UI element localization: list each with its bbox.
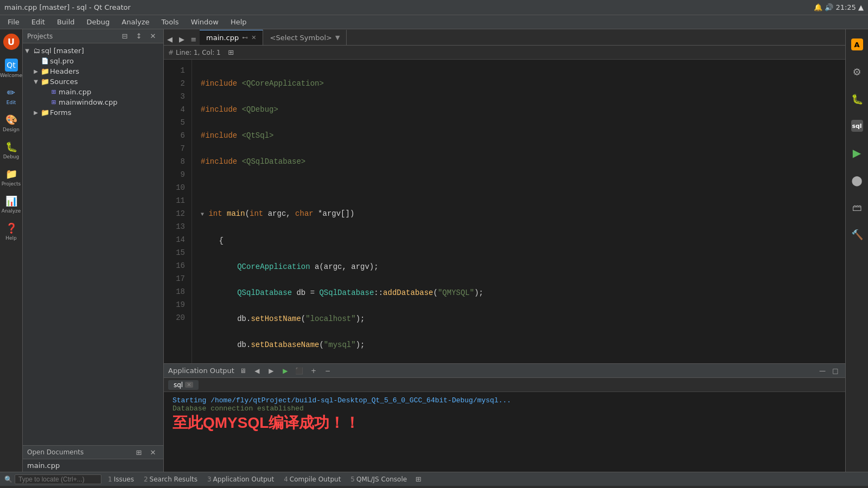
project-panel-header-right: ⊟ ↕ ✕	[119, 30, 159, 42]
tree-mainwindow-label: mainwindow.cpp	[59, 98, 163, 106]
menu-file[interactable]: File	[2, 17, 25, 27]
sidebar-icon-analyze[interactable]: 📊 Analyze	[1, 191, 22, 217]
docs-add-btn[interactable]: ⊞	[133, 446, 145, 458]
output-add-btn[interactable]: +	[308, 365, 319, 376]
tree-pro-file[interactable]: 📄 sql.pro	[23, 56, 163, 66]
line-numbers: 1 2 3 4 5 6 7 8 9 10 11 12 13 14 15 16 1…	[164, 60, 192, 363]
output-area: Application Output 🖥 ◀ ▶ ▶ ⬛ + − — □ sql	[164, 363, 845, 472]
editor-tabs: ◀ ▶ ≡ main.cpp ⊷ ✕ <Select Symbol> ▼	[164, 29, 845, 46]
right-sidebar-debug[interactable]: 🐛	[847, 86, 867, 112]
output-tab-sql-label: sql	[174, 381, 183, 389]
tab-split-arrow[interactable]: ⊷	[242, 34, 248, 41]
statusbar-left: 🔍 1 Issues 2 Search Results 3 Applicatio…	[4, 473, 424, 485]
editor-tab-main-cpp[interactable]: main.cpp ⊷ ✕	[200, 30, 263, 45]
expand-btn[interactable]: ⊞	[225, 47, 237, 59]
right-sidebar-amazon[interactable]: A	[847, 31, 867, 57]
left-sidebar: U Qt Welcome ✏ Edit 🎨 Design 🐛 Debug 📁 P…	[0, 29, 23, 472]
open-docs-file[interactable]: main.cpp	[27, 461, 60, 470]
sql-icon: sql	[851, 120, 863, 132]
right-sidebar-build[interactable]: 🔨	[847, 221, 867, 247]
status-tab-app-output[interactable]: 3 Application Output	[203, 474, 278, 484]
tab-fwd-btn[interactable]: ▶	[176, 33, 188, 45]
sidebar-icon-design[interactable]: 🎨 Design	[1, 110, 22, 136]
status-tab-search[interactable]: 2 Search Results	[139, 474, 202, 484]
right-sidebar-db[interactable]: 🗃	[847, 194, 867, 220]
output-success-msg: 至此QMYSQL编译成功！！	[173, 413, 837, 433]
output-back-btn[interactable]: ◀	[252, 365, 263, 376]
sidebar-icon-projects[interactable]: 📁 Projects	[1, 164, 22, 190]
output-fwd-btn[interactable]: ▶	[266, 365, 277, 376]
project-sync-btn[interactable]: ↕	[133, 30, 145, 42]
project-panel-header: Projects ⊟ ↕ ✕	[23, 29, 163, 43]
titlebar-controls: 🔔 🔊 21:25 ▲	[814, 3, 864, 11]
welcome-icon: Qt	[5, 59, 18, 72]
menu-help[interactable]: Help	[225, 17, 252, 27]
editor-tab-symbol[interactable]: <Select Symbol> ▼	[263, 30, 347, 45]
tree-mainwindow-cpp[interactable]: ⊞ mainwindow.cpp	[23, 97, 163, 107]
sidebar-label-debug: Debug	[3, 154, 20, 159]
tree-forms[interactable]: ▶ 📁 Forms	[23, 107, 163, 118]
sidebar-label-welcome: Welcome	[0, 73, 22, 78]
tab-menu-btn[interactable]: ≡	[188, 33, 200, 45]
main-layout: U Qt Welcome ✏ Edit 🎨 Design 🐛 Debug 📁 P…	[0, 29, 868, 472]
output-remove-btn[interactable]: −	[322, 365, 333, 376]
output-stop-btn[interactable]: ⬛	[294, 365, 305, 376]
status-tabs-arrow[interactable]: ⊞	[412, 473, 424, 485]
open-docs-content: main.cpp	[23, 459, 163, 472]
tree-root[interactable]: ▼ 🗂 sql [master]	[23, 46, 163, 56]
right-sidebar-stop[interactable]: ⬤	[847, 167, 867, 193]
sidebar-icon-debug[interactable]: 🐛 Debug	[1, 137, 22, 163]
menu-window[interactable]: Window	[186, 17, 224, 27]
menu-tools[interactable]: Tools	[156, 17, 184, 27]
code-content[interactable]: #include <QCoreApplication> #include <QD…	[192, 60, 845, 363]
docs-close-btn[interactable]: ✕	[147, 446, 159, 458]
status-tab-issues[interactable]: 1 Issues	[104, 474, 138, 484]
tree-headers[interactable]: ▶ 📁 Headers	[23, 66, 163, 76]
tab-back-btn[interactable]: ◀	[164, 33, 176, 45]
output-play-btn[interactable]: ▶	[280, 365, 291, 376]
sidebar-icon-edit[interactable]: ✏ Edit	[1, 82, 22, 108]
output-tab-sql[interactable]: sql ✕	[168, 380, 199, 390]
project-close-btn[interactable]: ✕	[147, 30, 159, 42]
hash-icon: #	[168, 49, 174, 56]
menu-debug[interactable]: Debug	[81, 17, 116, 27]
tree-main-cpp[interactable]: ⊞ main.cpp	[23, 87, 163, 97]
statusbar: 🔍 1 Issues 2 Search Results 3 Applicatio…	[0, 472, 868, 486]
sidebar-label-help: Help	[5, 235, 17, 241]
menu-build[interactable]: Build	[52, 17, 80, 27]
editor-area: ◀ ▶ ≡ main.cpp ⊷ ✕ <Select Symbol> ▼ # L…	[164, 29, 845, 472]
output-icon-btn[interactable]: 🖥	[238, 365, 248, 376]
sidebar-icon-welcome[interactable]: Qt Welcome	[1, 55, 22, 81]
sidebar-label-projects: Projects	[2, 181, 21, 187]
tree-sources[interactable]: ▼ 📁 Sources	[23, 76, 163, 87]
output-min-btn[interactable]: —	[817, 365, 828, 376]
tree-main-cpp-label: main.cpp	[59, 88, 163, 96]
output-tabs: sql ✕	[164, 378, 845, 392]
menu-analyze[interactable]: Analyze	[116, 17, 155, 27]
menu-edit[interactable]: Edit	[26, 17, 50, 27]
output-content: Starting /home/fly/qtProject/build-sql-D…	[164, 392, 845, 472]
status-tab-compile[interactable]: 4 Compile Output	[279, 474, 345, 484]
right-sidebar-gear[interactable]: ⚙	[847, 59, 867, 85]
sidebar-icon-help[interactable]: ❓ Help	[1, 218, 22, 244]
sidebar-label-design: Design	[3, 127, 20, 132]
analyze-icon: 📊	[5, 194, 18, 207]
right-sidebar-play[interactable]: ▶	[847, 140, 867, 166]
tree-forms-label: Forms	[50, 108, 163, 117]
project-filter-btn[interactable]: ⊟	[119, 30, 131, 42]
output-max-btn[interactable]: □	[830, 365, 841, 376]
output-tab-close-btn[interactable]: ✕	[185, 382, 193, 388]
tab-label-main: main.cpp	[206, 34, 239, 42]
right-debug-icon: 🐛	[851, 93, 863, 105]
tab-close-btn[interactable]: ✕	[251, 34, 256, 41]
design-icon: 🎨	[5, 113, 18, 126]
status-tab-qml[interactable]: 5 QML/JS Console	[346, 474, 411, 484]
menubar: File Edit Build Debug Analyze Tools Wind…	[0, 15, 868, 29]
locate-input[interactable]	[15, 474, 101, 484]
statusbar-tabs: 1 Issues 2 Search Results 3 Application …	[104, 473, 424, 485]
right-sidebar-sql[interactable]: sql	[847, 113, 867, 139]
amazon-icon: A	[851, 38, 863, 50]
output-line-1: Starting /home/fly/qtProject/build-sql-D…	[173, 396, 837, 404]
line-info: Line: 1, Col: 1	[176, 49, 221, 56]
titlebar: main.cpp [master] - sql - Qt Creator 🔔 🔊…	[0, 0, 868, 15]
